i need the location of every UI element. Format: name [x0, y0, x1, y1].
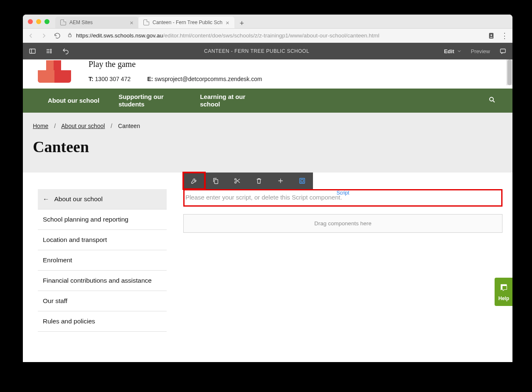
file-icon	[143, 20, 149, 25]
component-dropzone[interactable]: Drag components here	[183, 214, 502, 233]
site-logo	[33, 59, 76, 83]
svg-point-11	[235, 182, 236, 183]
main-column: Script Please enter your script, or dele…	[183, 189, 502, 233]
configure-button[interactable]	[183, 173, 205, 189]
account-icon[interactable]	[488, 32, 495, 39]
edit-mode-dropdown[interactable]: Edit	[444, 48, 462, 54]
help-label: Help	[498, 296, 509, 301]
section-nav-item[interactable]: Rules and policies	[38, 311, 167, 332]
copy-button[interactable]	[205, 173, 227, 189]
window-minimize-button[interactable]	[36, 19, 41, 24]
file-icon	[60, 20, 66, 25]
site-header: Play the game T: 1300 307 472 E: swsproj…	[23, 59, 512, 89]
address-bar[interactable]: https://edit.sws.schools.nsw.gov.au/edit…	[67, 32, 482, 39]
parent-button[interactable]	[291, 173, 313, 189]
page-properties-button[interactable]	[45, 47, 53, 55]
window-close-button[interactable]	[28, 19, 33, 24]
browser-menu-button[interactable]: ⋮	[501, 31, 508, 40]
wrench-icon	[190, 177, 198, 185]
breadcrumb-about[interactable]: About our school	[61, 123, 105, 129]
section-nav-back[interactable]: ← About our school	[38, 189, 167, 210]
breadcrumb-home[interactable]: Home	[33, 123, 48, 129]
svg-point-10	[235, 178, 236, 180]
svg-point-6	[50, 52, 51, 53]
breadcrumb-sep: /	[54, 123, 56, 129]
section-nav-item[interactable]: Location and transport	[38, 230, 167, 250]
svg-rect-7	[500, 49, 505, 53]
arrow-left-icon: ←	[43, 195, 49, 203]
browser-tabs: AEM Sites × Canteen - Fern Tree Public S…	[55, 15, 247, 28]
svg-rect-13	[301, 180, 303, 182]
help-tab[interactable]: Help	[495, 278, 512, 306]
tab-close-icon[interactable]: ×	[226, 19, 229, 26]
svg-point-4	[50, 49, 51, 50]
page-title-region: Canteen	[23, 129, 512, 173]
scrollbar-thumb[interactable]	[507, 59, 512, 85]
nav-item-learning[interactable]: Learning at our school	[200, 93, 262, 108]
svg-rect-12	[300, 178, 305, 183]
chevron-down-icon	[457, 49, 462, 54]
site-tagline: Play the game	[89, 59, 262, 69]
svg-point-8	[490, 97, 493, 101]
forward-button[interactable]	[40, 32, 48, 39]
phone-label: T:	[89, 76, 94, 82]
copy-icon	[212, 177, 219, 185]
new-tab-button[interactable]: +	[237, 18, 247, 28]
search-icon	[488, 96, 496, 104]
reload-icon	[54, 32, 61, 39]
browser-toolbar: https://edit.sws.schools.nsw.gov.au/edit…	[23, 29, 512, 43]
delete-button[interactable]	[248, 173, 270, 189]
lock-icon	[67, 32, 73, 39]
tab-close-icon[interactable]: ×	[130, 19, 133, 26]
browser-tab-canteen[interactable]: Canteen - Fern Tree Public Sch ×	[138, 17, 234, 28]
body-columns: ← About our school School planning and r…	[23, 173, 512, 332]
page-title: Canteen	[33, 138, 502, 156]
svg-point-2	[490, 34, 492, 36]
scissors-icon	[234, 177, 241, 185]
url-host: https://edit.sws.schools.nsw.gov.au	[76, 32, 163, 39]
trash-icon	[255, 177, 263, 185]
svg-point-5	[50, 51, 51, 52]
nav-search-button[interactable]	[488, 96, 496, 105]
reload-button[interactable]	[54, 32, 61, 39]
plus-icon	[277, 177, 284, 185]
section-nav-item[interactable]: School planning and reporting	[38, 210, 167, 230]
nav-item-about[interactable]: About our school	[48, 97, 99, 104]
toggle-panel-button[interactable]	[29, 47, 36, 55]
chat-icon	[499, 283, 508, 294]
breadcrumb: Home / About our school / Canteen	[23, 113, 512, 129]
site-contact: T: 1300 307 472 E: swsproject@detcorpcom…	[89, 76, 262, 82]
browser-window: AEM Sites × Canteen - Fern Tree Public S…	[23, 15, 512, 362]
preview-button[interactable]: Preview	[471, 48, 490, 54]
svg-rect-0	[69, 35, 71, 37]
aem-editor-toolbar: CANTEEN - FERN TREE PUBLIC SCHOOL Edit P…	[23, 43, 512, 59]
tab-label: AEM Sites	[69, 20, 93, 25]
primary-nav: About our school Supporting our students…	[23, 89, 512, 113]
component-toolbar	[183, 173, 313, 189]
arrow-right-icon	[40, 32, 48, 39]
window-titlebar: AEM Sites × Canteen - Fern Tree Public S…	[23, 15, 512, 29]
annotate-button[interactable]	[499, 47, 507, 55]
traffic-lights	[28, 19, 49, 24]
email-label: E:	[147, 76, 153, 82]
section-nav: ← About our school School planning and r…	[38, 189, 167, 332]
section-nav-item[interactable]: Financial contributions and assistance	[38, 271, 167, 291]
section-nav-back-label: About our school	[54, 195, 103, 203]
script-component[interactable]: Script Please enter your script, or dele…	[183, 189, 502, 207]
section-nav-item[interactable]: Our staff	[38, 291, 167, 311]
email-value: swsproject@detcorpcomms.zendesk.com	[155, 76, 262, 82]
url-path: /editor.html/content/doe/sws/schools/z/z…	[163, 32, 379, 39]
section-nav-item[interactable]: Enrolment	[38, 250, 167, 271]
component-type-label[interactable]: Script	[337, 190, 350, 196]
svg-rect-9	[214, 180, 218, 184]
back-button[interactable]	[27, 32, 34, 39]
window-zoom-button[interactable]	[44, 19, 49, 24]
undo-button[interactable]	[62, 47, 69, 55]
insert-button[interactable]	[270, 173, 291, 189]
browser-tab-aem-sites[interactable]: AEM Sites ×	[55, 17, 138, 28]
svg-rect-3	[30, 49, 35, 54]
scrollbar-track[interactable]	[507, 59, 512, 85]
nav-item-supporting[interactable]: Supporting our students	[118, 93, 181, 108]
breadcrumb-sep: /	[111, 123, 112, 129]
cut-button[interactable]	[227, 173, 248, 189]
